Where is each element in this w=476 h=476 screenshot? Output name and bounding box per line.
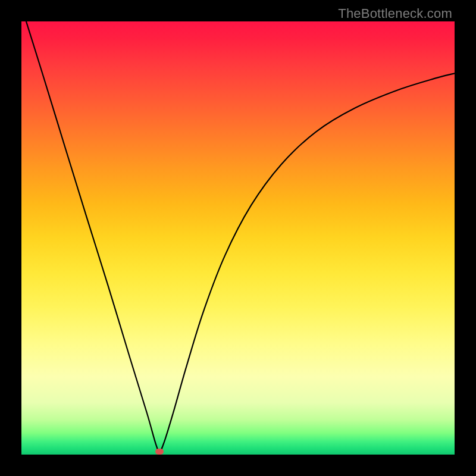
- plot-area: [21, 21, 455, 455]
- curve-path: [21, 21, 455, 452]
- watermark-text: TheBottleneck.com: [338, 6, 452, 21]
- bottleneck-curve: [21, 21, 455, 455]
- optimum-marker: [155, 449, 164, 455]
